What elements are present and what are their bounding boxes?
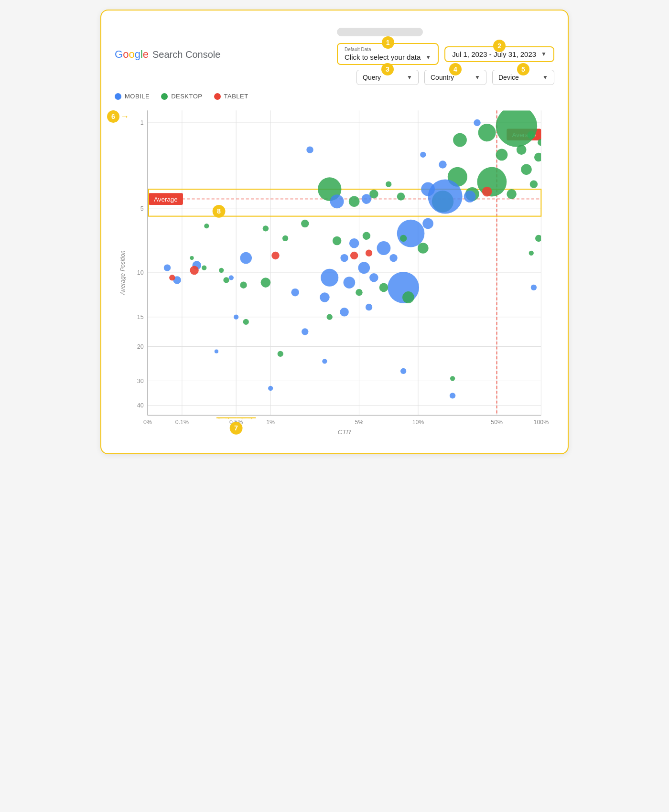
svg-point-67 [420,152,426,158]
svg-point-127 [234,315,238,320]
query-filter-wrapper: 3 Query ▼ [356,70,419,85]
badge-6: 6 [107,110,119,123]
badge-1: 1 [382,36,394,49]
svg-text:10%: 10% [412,419,424,426]
svg-point-85 [400,235,407,242]
svg-point-48 [478,124,496,141]
svg-point-73 [397,192,405,200]
svg-point-90 [263,225,269,231]
svg-point-97 [321,269,338,287]
badge-5: 5 [517,63,529,75]
svg-point-64 [464,191,476,203]
svg-point-52 [528,131,535,139]
data-selector-label: Default Data [345,47,371,52]
query-filter-label: Query [363,74,381,81]
y-axis-label: Average Position [119,250,126,295]
svg-point-62 [428,179,463,214]
svg-rect-44 [149,189,541,216]
svg-point-100 [291,288,299,296]
svg-point-68 [482,187,492,197]
svg-point-99 [320,292,330,302]
arrow-right-6: → [120,112,129,122]
svg-point-87 [333,236,342,246]
badge-4: 4 [449,63,462,75]
svg-point-119 [169,275,175,280]
badge-6-wrapper: 6 → [107,110,129,123]
chart-area: 6 → Average Position [115,106,554,440]
svg-point-63 [421,182,435,196]
svg-text:0.1%: 0.1% [175,419,189,426]
svg-text:8: 8 [217,207,221,215]
svg-point-72 [386,182,391,187]
legend-dot-tablet [214,93,221,100]
svg-text:CTR: CTR [338,428,351,436]
controls-row2: 3 Query ▼ 4 Country ▼ 5 Devic [356,70,554,85]
query-filter-arrow: ▼ [407,74,412,81]
svg-point-126 [268,386,273,391]
svg-point-113 [240,252,252,264]
svg-point-55 [521,164,532,175]
svg-point-117 [229,275,234,280]
svg-point-110 [219,268,224,273]
svg-point-81 [389,254,397,262]
svg-point-80 [422,218,433,229]
legend-label-tablet: TABLET [224,93,248,100]
svg-point-98 [369,273,378,282]
svg-point-74 [330,194,344,208]
device-filter-wrapper: 5 Device ▼ [492,70,554,85]
bubble-chart: Average Position 1 5 10 15 [115,106,554,440]
controls-row1: 1 Default Data Click to select your data… [337,43,554,65]
product-name: Search Console [152,49,220,60]
legend-mobile: MOBILE [115,93,150,100]
country-filter-wrapper: 4 Country ▼ [424,70,486,85]
date-selector-arrow: ▼ [541,51,547,57]
svg-point-53 [538,139,544,146]
svg-point-56 [477,167,507,197]
device-filter-label: Device [498,74,519,81]
country-filter-label: Country [431,74,454,81]
search-bar [337,28,423,36]
svg-point-129 [535,235,542,242]
svg-point-101 [340,308,349,317]
svg-text:5%: 5% [355,419,364,426]
svg-point-65 [474,119,480,126]
svg-point-103 [402,291,414,303]
svg-point-82 [358,262,370,274]
svg-point-92 [350,252,358,259]
svg-point-75 [362,194,372,204]
svg-point-111 [202,266,206,270]
svg-text:1: 1 [140,119,144,126]
svg-point-94 [271,252,279,259]
svg-point-109 [223,277,229,283]
svg-point-79 [349,238,359,248]
svg-point-77 [397,220,425,247]
svg-text:1%: 1% [266,419,275,426]
badge-7-group: 7 ←→ ←→ [216,414,256,435]
svg-point-91 [204,224,209,228]
svg-text:0%: 0% [143,419,152,426]
legend-desktop: DESKTOP [161,93,202,100]
svg-point-102 [366,304,372,310]
svg-point-106 [327,314,333,320]
legend-label-mobile: MOBILE [125,93,150,100]
svg-point-60 [530,180,538,188]
header-controls: 1 Default Data Click to select your data… [337,24,554,85]
svg-point-121 [243,319,249,325]
svg-text:10: 10 [137,269,144,276]
badge-2: 2 [493,40,506,52]
svg-text:30: 30 [137,378,144,385]
svg-point-51 [517,145,527,155]
svg-text:Average: Average [154,196,178,203]
svg-point-128 [215,350,218,353]
svg-rect-0 [148,110,541,415]
svg-point-76 [306,146,313,153]
svg-point-47 [496,106,537,147]
header-row: Google Search Console 1 Default Data Cli… [115,24,554,85]
svg-point-108 [240,282,247,288]
svg-point-115 [164,265,171,271]
svg-point-131 [531,285,537,290]
svg-point-93 [366,250,372,256]
svg-point-54 [534,153,543,162]
svg-point-66 [439,160,446,168]
svg-text:50%: 50% [491,419,503,426]
